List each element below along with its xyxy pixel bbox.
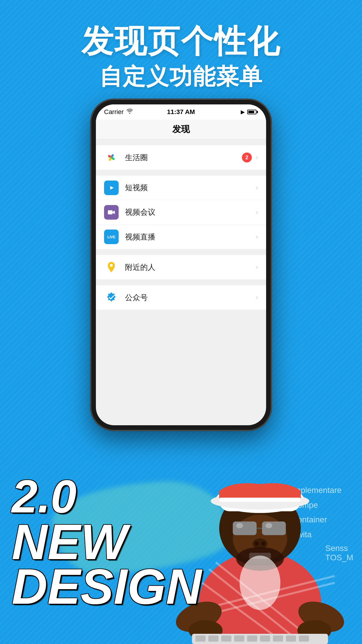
design-text: DESIGN <box>12 564 202 609</box>
menu-item-video-live[interactable]: LIVE 视频直播 › <box>96 225 266 249</box>
svg-rect-32 <box>219 498 301 502</box>
svg-rect-36 <box>221 636 231 642</box>
chevron-icon-6: › <box>256 294 258 301</box>
svg-point-4 <box>110 264 113 267</box>
version-number: 2.0 <box>12 473 202 520</box>
sub-title: 自定义功能菜单 <box>0 62 362 92</box>
menu-label-official: 公众号 <box>125 293 256 303</box>
menu-section-3: 附近的人 › <box>96 255 266 279</box>
svg-point-43 <box>240 556 280 610</box>
menu-item-official[interactable]: 公众号 › <box>96 285 266 310</box>
svg-rect-19 <box>262 522 286 535</box>
status-bar: Carrier 11:37 AM ▶ <box>96 104 266 120</box>
verified-icon <box>104 290 119 305</box>
svg-rect-39 <box>260 636 270 642</box>
nav-title: 发现 <box>172 123 190 135</box>
svg-rect-18 <box>233 522 257 535</box>
svg-rect-38 <box>247 636 257 642</box>
status-left: Carrier <box>104 108 133 116</box>
menu-item-video-conf[interactable]: 视频会议 › <box>96 200 266 225</box>
menu-label-video-conf: 视频会议 <box>125 207 256 217</box>
svg-point-21 <box>236 523 243 528</box>
new-design-badge: 2.0 NEW DESIGN <box>12 473 202 609</box>
svg-rect-42 <box>299 636 309 642</box>
video-conf-icon <box>104 205 119 220</box>
svg-marker-1 <box>110 186 114 190</box>
menu-section-4: 公众号 › <box>96 285 266 310</box>
svg-point-24 <box>254 542 259 546</box>
chevron-icon-5: › <box>256 263 258 271</box>
menu-item-nearby[interactable]: 附近的人 › <box>96 255 266 279</box>
svg-marker-3 <box>113 211 115 214</box>
menu-label-shenghuo: 生活圈 <box>125 153 242 163</box>
battery-icon <box>247 110 258 114</box>
phone-mockup: Carrier 11:37 AM ▶ <box>91 99 271 430</box>
svg-rect-41 <box>286 636 296 642</box>
svg-rect-35 <box>208 636 219 642</box>
svg-rect-37 <box>234 636 244 642</box>
menu-item-shenghuo[interactable]: 生活圈 2 › <box>96 145 266 170</box>
status-time: 11:37 AM <box>167 108 195 116</box>
shenghuo-badge: 2 <box>242 153 252 162</box>
chevron-icon: › <box>256 154 258 161</box>
svg-point-25 <box>261 542 266 546</box>
svg-point-22 <box>266 523 272 528</box>
svg-rect-40 <box>273 636 283 642</box>
wifi-icon <box>126 109 133 116</box>
pinwheel-icon <box>104 150 119 165</box>
location-icon: ▶ <box>241 109 245 115</box>
screen-content: 生活圈 2 › 短视频 › <box>96 139 266 321</box>
menu-label-video-live: 视频直播 <box>125 232 256 242</box>
play-icon <box>104 181 119 195</box>
menu-label-short-video: 短视频 <box>125 183 256 193</box>
carrier-text: Carrier <box>104 108 124 116</box>
status-right: ▶ <box>241 109 258 115</box>
chevron-icon-3: › <box>256 209 258 216</box>
svg-rect-34 <box>195 636 205 642</box>
nav-bar: 发现 <box>96 120 266 139</box>
location-pin-icon <box>104 260 119 274</box>
phone-screen: Carrier 11:37 AM ▶ <box>96 104 266 425</box>
menu-label-nearby: 附近的人 <box>125 262 256 272</box>
top-title-area: 发现页个性化 自定义功能菜单 <box>0 23 362 92</box>
menu-section-2: 短视频 › 视频会议 › <box>96 176 266 249</box>
menu-item-short-video[interactable]: 短视频 › <box>96 176 266 200</box>
live-icon: LIVE <box>104 230 119 244</box>
main-title: 发现页个性化 <box>0 23 362 59</box>
svg-rect-2 <box>108 210 113 214</box>
new-text: NEW <box>12 520 202 564</box>
menu-section-1: 生活圈 2 › <box>96 145 266 170</box>
chevron-icon-2: › <box>256 184 258 192</box>
chevron-icon-4: › <box>256 233 258 241</box>
phone-frame: Carrier 11:37 AM ▶ <box>91 99 271 430</box>
